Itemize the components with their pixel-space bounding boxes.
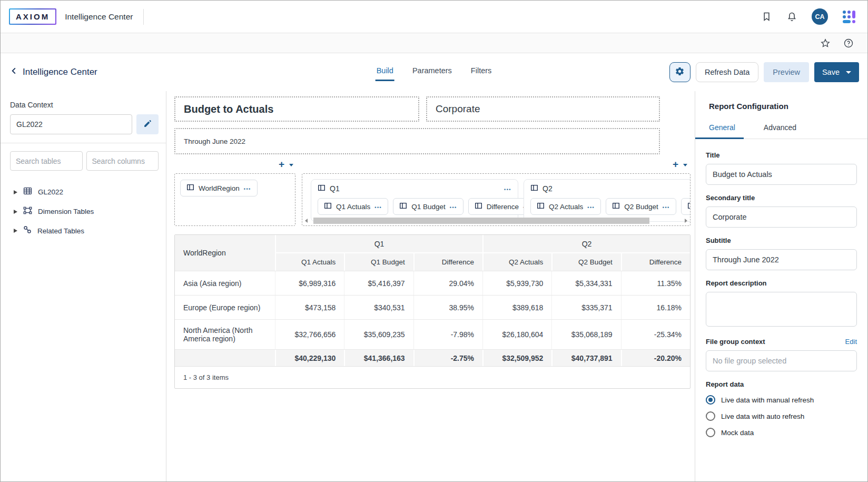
column-group-label: Q1 xyxy=(330,184,340,193)
edit-file-group-link[interactable]: Edit xyxy=(845,338,857,346)
tree-item-label: GL2022 xyxy=(38,188,63,196)
config-tabs: General Advanced xyxy=(695,119,867,139)
save-button[interactable]: Save xyxy=(814,62,859,82)
column-group-header-q1: Q1 xyxy=(276,235,482,252)
field-chip-q2-budget[interactable]: Q2 Budget xyxy=(606,198,676,215)
column-group-q2[interactable]: Q2 Q2 Actuals Q2 Budget xyxy=(524,179,691,222)
cell-value: $5,334,331 xyxy=(551,271,620,295)
report-subtitle-block[interactable]: Through June 2022 xyxy=(174,128,660,154)
sidebar-divider xyxy=(1,143,166,143)
cell-value: $5,416,397 xyxy=(344,271,413,295)
ellipsis-menu-icon[interactable] xyxy=(587,203,595,211)
file-group-context-label: File group context xyxy=(706,338,765,346)
row-label: North America (North America region) xyxy=(175,320,275,349)
column-icon xyxy=(612,202,620,211)
cell-value: $473,158 xyxy=(275,296,344,319)
tab-advanced[interactable]: Advanced xyxy=(764,119,796,139)
tab-build[interactable]: Build xyxy=(376,63,394,81)
expand-caret-icon[interactable] xyxy=(14,229,17,233)
scrollbar-track[interactable] xyxy=(310,218,682,224)
table-pagination-status: 1 - 3 of 3 items xyxy=(175,366,690,388)
column-group-q1[interactable]: Q1 Q1 Actuals Q1 Budget xyxy=(311,179,518,222)
radio-button-icon[interactable] xyxy=(706,428,715,437)
cell-value: $26,180,604 xyxy=(482,320,551,349)
field-chip-label: WorldRegion xyxy=(199,184,240,192)
radio-button-icon[interactable] xyxy=(706,395,715,405)
ellipsis-menu-icon[interactable] xyxy=(504,184,511,193)
help-icon[interactable] xyxy=(843,38,854,48)
secondary-title-field-label: Secondary title xyxy=(706,194,857,202)
pencil-icon xyxy=(143,119,152,130)
add-dropdown-caret-icon xyxy=(683,164,687,166)
tree-item-dimension-tables[interactable]: Dimension Tables xyxy=(10,202,159,221)
secondary-title-field[interactable] xyxy=(706,206,857,228)
field-chip-q1-actuals[interactable]: Q1 Actuals xyxy=(318,198,388,215)
radio-live-auto-refresh[interactable]: Live data with auto refresh xyxy=(706,411,857,421)
column-icon xyxy=(399,202,407,211)
title-field[interactable] xyxy=(706,164,857,185)
save-button-label: Save xyxy=(822,68,840,76)
ellipsis-menu-icon[interactable] xyxy=(374,203,382,211)
field-chip-worldregion[interactable]: WorldRegion xyxy=(180,180,258,196)
add-column-field-button[interactable] xyxy=(673,160,687,170)
field-chip-label: Difference xyxy=(487,203,519,211)
radio-button-icon[interactable] xyxy=(706,411,715,421)
ellipsis-menu-icon[interactable] xyxy=(244,184,251,192)
cell-value: -25.34% xyxy=(621,320,690,349)
file-group-field[interactable] xyxy=(706,350,857,371)
field-chip-label: Q2 Actuals xyxy=(549,203,583,211)
favorite-star-icon[interactable] xyxy=(820,38,831,48)
search-tables-input[interactable] xyxy=(10,151,83,171)
preview-button[interactable]: Preview xyxy=(764,62,809,82)
data-context-sidebar: Data Context xyxy=(1,91,166,481)
title-field-label: Title xyxy=(706,151,857,159)
scrollbar-thumb[interactable] xyxy=(313,218,649,224)
report-description-field[interactable] xyxy=(706,292,857,327)
save-dropdown-caret-icon xyxy=(846,71,851,74)
search-columns-input[interactable] xyxy=(86,151,159,171)
scroll-right-arrow-icon[interactable] xyxy=(685,219,687,223)
bookmark-icon[interactable] xyxy=(761,11,772,22)
data-context-input[interactable] xyxy=(10,114,132,134)
refresh-data-button[interactable]: Refresh Data xyxy=(696,62,758,82)
expand-caret-icon[interactable] xyxy=(14,190,17,194)
radio-live-manual-refresh[interactable]: Live data with manual refresh xyxy=(706,395,857,405)
column-icon xyxy=(530,184,538,193)
tab-parameters[interactable]: Parameters xyxy=(411,63,453,81)
tab-general[interactable]: General xyxy=(695,119,744,139)
report-tabs: Build Parameters Filters xyxy=(376,53,493,91)
ellipsis-menu-icon[interactable] xyxy=(663,203,670,211)
data-context-label: Data Context xyxy=(10,101,159,109)
report-toolbar: Intelligence Center Build Parameters Fil… xyxy=(1,53,867,91)
back-link-label: Intelligence Center xyxy=(23,67,97,77)
apps-grid-icon[interactable] xyxy=(842,10,856,24)
report-title-block[interactable]: Budget to Actuals xyxy=(174,96,419,122)
scroll-left-arrow-icon[interactable] xyxy=(305,219,308,223)
link-icon xyxy=(23,225,32,236)
tree-item-related-tables[interactable]: Related Tables xyxy=(10,221,159,240)
ellipsis-menu-icon[interactable] xyxy=(450,203,457,211)
row-fields-dropzone[interactable]: WorldRegion xyxy=(174,173,295,226)
tree-item-label: Dimension Tables xyxy=(38,208,94,215)
subtitle-field-label: Subtitle xyxy=(706,237,857,244)
horizontal-scrollbar[interactable] xyxy=(305,217,687,224)
table-header: WorldRegion Q1 Q2 Q1 Actuals Q1 Budget D… xyxy=(175,235,690,271)
tree-item-gl2022[interactable]: GL2022 xyxy=(10,182,159,202)
field-chip-q2-actuals[interactable]: Q2 Actuals xyxy=(530,198,601,215)
settings-gear-button[interactable] xyxy=(669,62,691,82)
add-row-field-button[interactable] xyxy=(279,160,293,170)
radio-mock-data[interactable]: Mock data xyxy=(706,428,857,437)
notifications-bell-icon[interactable] xyxy=(786,11,797,22)
column-icon xyxy=(537,202,545,211)
user-avatar[interactable]: CA xyxy=(812,8,828,25)
expand-caret-icon[interactable] xyxy=(14,210,17,214)
field-chip-q2-difference[interactable]: Difference xyxy=(681,198,691,215)
tab-filters[interactable]: Filters xyxy=(470,63,492,81)
report-secondary-title-block[interactable]: Corporate xyxy=(426,96,660,122)
column-fields-dropzone[interactable]: Q1 Q1 Actuals Q1 Budget xyxy=(302,173,691,226)
edit-data-context-button[interactable] xyxy=(136,114,159,134)
plus-icon xyxy=(279,160,284,170)
back-link[interactable]: Intelligence Center xyxy=(10,67,97,77)
subtitle-field[interactable] xyxy=(706,249,857,270)
field-chip-q1-budget[interactable]: Q1 Budget xyxy=(393,198,463,215)
